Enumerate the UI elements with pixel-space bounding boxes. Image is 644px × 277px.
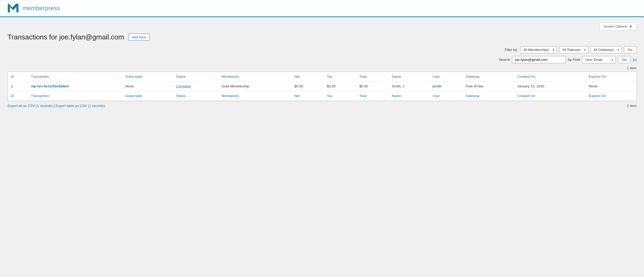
page-title-area: Transactions for joe.fylan@gmail.com Add… [8,33,636,41]
transactions-table-wrapper: Id Transaction Subscriptio Status Member… [8,72,636,101]
col-header-net[interactable]: Net [291,72,324,82]
search-label: Search [499,58,510,62]
cell-expires-on: Never [586,82,636,91]
cell-transaction: mp-txn-5e1ef2be5b8e4 [28,82,122,91]
filter-go-button[interactable]: Go [624,46,636,53]
header: memberpress [0,0,644,17]
main-content: Screen Options ▼ Transactions for joe.fy… [0,17,644,115]
export-all-csv-link[interactable]: Export all as CSV (1 records) [8,104,53,108]
screen-options-label: Screen Options [603,24,628,28]
col-footer-expires-on[interactable]: Expires On [586,91,636,101]
page-title: Transactions for joe.fylan@gmail.com [8,33,124,41]
col-footer-membership[interactable]: Membershi [218,91,291,101]
transaction-link[interactable]: mp-txn-5e1ef2be5b8e4 [31,84,69,88]
cell-created-on: January 15, 2020 [514,82,586,91]
logo-text: memberpress [23,5,60,12]
table-row: 1 mp-txn-5e1ef2be5b8e4 None Complete Gol… [8,82,636,91]
cell-id: 1 [8,82,28,91]
col-footer-subscription[interactable]: Subscriptio [122,91,173,101]
col-footer-status[interactable]: Status [173,91,218,101]
memberships-select[interactable]: All Memberships [520,46,557,53]
col-footer-user[interactable]: User [429,91,463,101]
cell-user: jsmith [429,82,463,91]
bottom-bar: Export all as CSV (1 records) | Export t… [8,104,636,108]
cell-net: $0.00 [291,82,324,91]
col-footer-id[interactable]: Id [8,91,28,101]
table-footer-row: Id Transaction Subscriptio Status Member… [8,91,636,101]
gateways-select-wrapper: All Gateways [591,46,622,53]
cell-subscription: None [122,82,173,91]
col-footer-total[interactable]: Total [356,91,389,101]
col-header-subscription[interactable]: Subscriptio [122,72,173,82]
memberships-select-wrapper: All Memberships [520,46,557,53]
col-header-created-on[interactable]: Created On [514,72,586,82]
cell-status: Complete [173,82,218,91]
cell-tax: $0.00 [324,82,356,91]
filter-by-label: Filter by [504,48,517,52]
statuses-select-wrapper: All Statuses [559,46,588,53]
search-go-button[interactable]: Go [618,56,631,63]
col-header-status[interactable]: Status [173,72,218,82]
col-footer-net[interactable]: Net [291,91,324,101]
col-header-id[interactable]: Id [8,72,28,82]
transactions-table: Id Transaction Subscriptio Status Member… [8,72,636,101]
search-bar: Search by Field User Email User Login Tr… [8,56,636,63]
screen-options-button[interactable]: Screen Options ▼ [599,23,636,30]
filter-bar: Filter by All Memberships All Statuses A… [8,46,636,53]
col-header-total[interactable]: Total [356,72,389,82]
item-count-bottom: 1 item [627,104,636,108]
statuses-select[interactable]: All Statuses [559,46,588,53]
field-select-wrapper: User Email User Login Transaction ID [582,56,616,63]
col-header-transaction[interactable]: Transaction [28,72,122,82]
col-header-name[interactable]: Name [389,72,429,82]
status-link[interactable]: Complete [176,84,191,88]
cell-membership: Gold Membership [218,82,291,91]
col-header-gateway[interactable]: Gateway [463,72,514,82]
export-separator: | [54,104,56,108]
logo-area: memberpress [6,2,60,15]
table-header-row: Id Transaction Subscriptio Status Member… [8,72,636,82]
cell-name: Smith, J [389,82,429,91]
cell-total: $0.00 [356,82,389,91]
col-header-user[interactable]: User [429,72,463,82]
col-footer-transaction[interactable]: Transaction [28,91,122,101]
col-footer-gateway[interactable]: Gateway [463,91,514,101]
item-count-top: 1 item [8,66,636,70]
screen-options-arrow-icon: ▼ [629,24,632,28]
field-select[interactable]: User Email User Login Transaction ID [582,56,616,63]
search-input[interactable] [512,56,566,63]
col-header-expires-on[interactable]: Expires On [586,72,636,82]
col-footer-tax[interactable]: Tax [324,91,356,101]
memberpress-logo-icon [6,2,20,15]
screen-options-bar: Screen Options ▼ [8,23,636,30]
col-header-membership[interactable]: Membershi [218,72,291,82]
add-new-button[interactable]: Add New [128,34,149,41]
search-clear-link[interactable]: [x] [633,58,636,62]
col-footer-created-on[interactable]: Created On [514,91,586,101]
col-footer-name[interactable]: Name [389,91,429,101]
gateways-select[interactable]: All Gateways [591,46,622,53]
export-table-csv-link[interactable]: Export table as CSV (1 records) [56,104,105,108]
export-links: Export all as CSV (1 records) | Export t… [8,104,105,108]
cell-gateway: Free (Free) [463,82,514,91]
by-field-label: by Field [568,58,580,62]
col-header-tax[interactable]: Tax [324,72,356,82]
